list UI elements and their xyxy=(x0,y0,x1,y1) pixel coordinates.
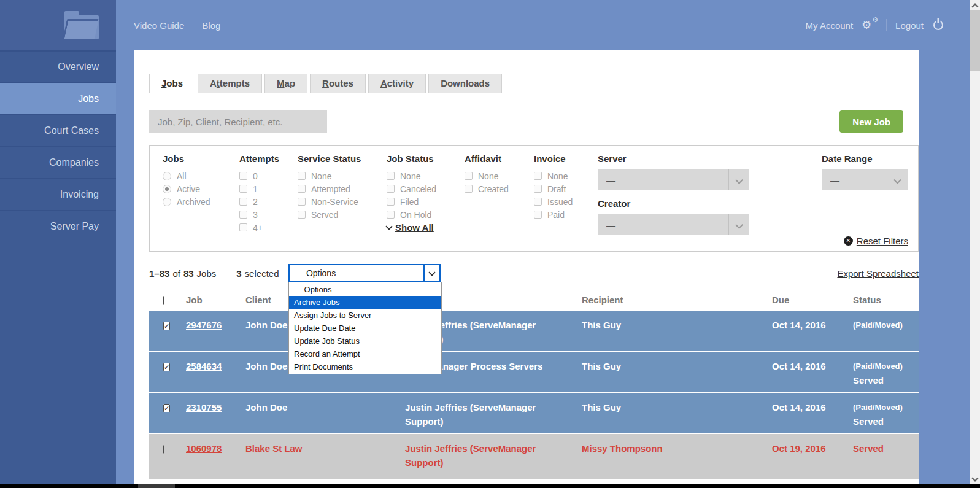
row-checkbox-checked[interactable]: ✓ xyxy=(163,322,170,330)
row-checkbox-unchecked[interactable] xyxy=(163,445,164,454)
vertical-scrollbar[interactable] xyxy=(970,0,980,484)
select-arrow[interactable] xyxy=(728,214,749,235)
checkbox-icon[interactable] xyxy=(387,185,395,193)
checkbox-icon[interactable] xyxy=(387,172,395,180)
checkbox-service-non-service[interactable]: Non-Service xyxy=(298,195,387,208)
checkbox-service-served[interactable]: Served xyxy=(298,208,387,221)
options-select[interactable]: — Options — xyxy=(288,264,441,282)
row-checkbox-checked[interactable]: ✓ xyxy=(163,363,170,371)
power-icon[interactable] xyxy=(933,20,943,30)
checkbox-service-attempted[interactable]: Attempted xyxy=(298,182,387,195)
checkbox-attempts-4plus[interactable]: 4+ xyxy=(239,221,298,234)
tab-attempts[interactable]: Attempts xyxy=(198,74,262,93)
checkbox-attempts-1[interactable]: 1 xyxy=(239,182,298,195)
dropdown-item-update-due-date[interactable]: Update Due Date xyxy=(289,322,441,335)
scrollbar-down-button[interactable] xyxy=(970,474,980,484)
my-account-link[interactable]: My Account xyxy=(806,20,854,31)
checkbox-icon[interactable] xyxy=(239,185,247,193)
checkbox-attempts-3[interactable]: 3 xyxy=(239,208,298,221)
job-number-link[interactable]: 2947676 xyxy=(186,320,222,330)
radio-selected-icon[interactable] xyxy=(163,185,171,193)
tab-map[interactable]: Map xyxy=(264,74,307,93)
status-cell: (Paid/Moved) xyxy=(853,318,919,332)
checkbox-icon[interactable] xyxy=(239,223,247,231)
blog-link[interactable]: Blog xyxy=(202,20,220,31)
job-number-link[interactable]: 2584634 xyxy=(186,361,222,371)
checkbox-icon[interactable] xyxy=(298,198,306,206)
video-guide-link[interactable]: Video Guide xyxy=(134,20,184,31)
scrollbar-thumb[interactable] xyxy=(970,10,980,71)
radio-jobs-archived[interactable]: Archived xyxy=(163,195,239,208)
new-job-button[interactable]: New Job xyxy=(839,110,903,133)
job-number-link[interactable]: 2310755 xyxy=(186,402,222,412)
checkbox-icon[interactable] xyxy=(387,198,395,206)
export-spreadsheet-link[interactable]: Export Spreadsheet xyxy=(837,268,919,279)
sidebar-item-companies[interactable]: Companies xyxy=(0,146,116,178)
tab-routes[interactable]: Routes xyxy=(310,74,366,93)
date-range-select[interactable]: — xyxy=(822,169,908,190)
gears-icon[interactable]: ⚙⚙ xyxy=(862,19,878,31)
checkbox-icon[interactable] xyxy=(298,185,306,193)
checkbox-service-none[interactable]: None xyxy=(298,169,387,182)
checkbox-jobstatus-on-hold[interactable]: On Hold xyxy=(387,208,465,221)
checkbox-attempts-0[interactable]: 0 xyxy=(239,169,298,182)
dropdown-item-options[interactable]: — Options — xyxy=(289,283,441,296)
checkbox-jobstatus-canceled[interactable]: Canceled xyxy=(387,182,465,195)
checkbox-affidavit-none[interactable]: None xyxy=(465,169,534,182)
check-icon: ✓ xyxy=(164,405,169,412)
reset-filters-link[interactable]: ✕ Reset Filters xyxy=(844,236,908,246)
checkbox-invoice-issued[interactable]: Issued xyxy=(534,195,598,208)
checkbox-invoice-paid[interactable]: Paid xyxy=(534,208,598,221)
sidebar-item-jobs[interactable]: Jobs xyxy=(0,82,116,114)
checkbox-icon[interactable] xyxy=(465,172,473,180)
checkbox-icon[interactable] xyxy=(534,172,542,180)
checkbox-attempts-2[interactable]: 2 xyxy=(239,195,298,208)
server-select[interactable]: — xyxy=(598,169,749,190)
checkbox-jobstatus-filed[interactable]: Filed xyxy=(387,195,465,208)
sidebar-item-court-cases[interactable]: Court Cases xyxy=(0,114,116,146)
select-all-checkbox[interactable] xyxy=(163,296,164,305)
gear-icon: ⚙ xyxy=(862,19,871,31)
show-all-link[interactable]: Show All xyxy=(387,221,465,234)
checkbox-icon[interactable] xyxy=(534,198,542,206)
checkbox-icon[interactable] xyxy=(298,211,306,219)
job-number-link[interactable]: 1060978 xyxy=(186,443,222,454)
radio-icon[interactable] xyxy=(163,198,171,206)
dropdown-item-archive-jobs[interactable]: Archive Jobs xyxy=(289,296,441,309)
dropdown-item-assign-jobs[interactable]: Assign Jobs to Server xyxy=(289,309,441,322)
column-header-status: Status xyxy=(853,295,919,305)
checkbox-icon[interactable] xyxy=(534,185,542,193)
checkbox-jobstatus-none[interactable]: None xyxy=(387,169,465,182)
tab-downloads[interactable]: Downloads xyxy=(428,74,502,93)
creator-select[interactable]: — xyxy=(598,214,749,235)
checkbox-invoice-none[interactable]: None xyxy=(534,169,598,182)
tab-jobs[interactable]: Jobs xyxy=(149,74,195,93)
checkbox-icon[interactable] xyxy=(239,198,247,206)
tab-activity[interactable]: Activity xyxy=(368,74,426,93)
checkbox-icon[interactable] xyxy=(298,172,306,180)
radio-jobs-all[interactable]: All xyxy=(163,169,239,182)
select-arrow[interactable] xyxy=(887,169,908,190)
dropdown-item-record-attempt[interactable]: Record an Attempt xyxy=(289,347,441,360)
radio-icon[interactable] xyxy=(163,172,171,180)
search-input[interactable] xyxy=(149,110,327,133)
sidebar-item-overview[interactable]: Overview xyxy=(0,50,116,82)
select-arrow[interactable] xyxy=(423,265,439,281)
app-logo[interactable] xyxy=(0,0,116,50)
checkbox-icon[interactable] xyxy=(465,185,473,193)
checkbox-affidavit-created[interactable]: Created xyxy=(465,182,534,195)
select-arrow[interactable] xyxy=(728,169,749,190)
checkbox-icon[interactable] xyxy=(239,172,247,180)
scrollbar-up-button[interactable] xyxy=(970,0,980,10)
sidebar-item-invoicing[interactable]: Invoicing xyxy=(0,178,116,210)
logout-link[interactable]: Logout xyxy=(895,20,924,31)
checkbox-icon[interactable] xyxy=(534,211,542,219)
checkbox-icon[interactable] xyxy=(387,211,395,219)
sidebar-item-server-pay[interactable]: Server Pay xyxy=(0,210,116,242)
dropdown-item-print-documents[interactable]: Print Documents xyxy=(289,360,441,373)
radio-jobs-active[interactable]: Active xyxy=(163,182,239,195)
checkbox-invoice-draft[interactable]: Draft xyxy=(534,182,598,195)
row-checkbox-checked[interactable]: ✓ xyxy=(163,404,170,412)
checkbox-icon[interactable] xyxy=(239,211,247,219)
dropdown-item-update-job-status[interactable]: Update Job Status xyxy=(289,335,441,347)
